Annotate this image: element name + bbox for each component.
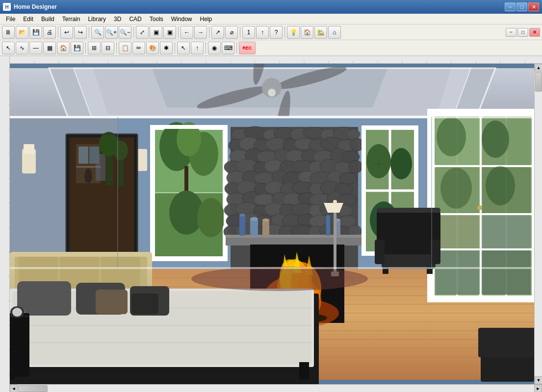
toolbar2-button[interactable]: ↖ — [2, 42, 15, 54]
scroll-left-button[interactable]: ◄ — [10, 385, 18, 392]
toolbar-separator — [206, 42, 206, 54]
svg-rect-289 — [10, 313, 29, 377]
toolbar2-button[interactable]: ⊟ — [102, 42, 114, 54]
svg-rect-242 — [482, 215, 531, 248]
menu-item-cad[interactable]: CAD — [125, 15, 145, 24]
toolbar1-button[interactable]: 🗎 — [2, 26, 15, 39]
inner-window-controls: −□✕ — [506, 28, 540, 37]
svg-rect-108 — [184, 166, 188, 193]
inner-maximize-button[interactable]: □ — [517, 28, 528, 37]
toolbar-separator — [58, 26, 58, 38]
menu-item-help[interactable]: Help — [196, 15, 216, 24]
menu-item-tools[interactable]: Tools — [146, 15, 167, 24]
svg-point-64 — [268, 89, 276, 97]
svg-rect-294 — [478, 328, 534, 357]
toolbar2-button[interactable]: ↖ — [177, 42, 190, 54]
svg-rect-281 — [17, 281, 71, 316]
scroll-track-right[interactable] — [535, 72, 542, 376]
toolbar1-button[interactable]: → — [194, 26, 207, 39]
scroll-thumb-bottom[interactable] — [18, 385, 48, 392]
toolbar-separator — [209, 26, 209, 38]
toolbar2-button[interactable]: REC — [239, 42, 256, 54]
toolbar1: 🗎📂💾🖨↩↪🔍🔍+🔍−⤢▣▣←→↗⌀1↑?💡🏠🏡⌂−□✕ — [0, 24, 542, 40]
svg-rect-243 — [436, 250, 480, 294]
toolbar2-button[interactable]: 🎨 — [146, 42, 159, 54]
title-bar-left: H Home Designer — [3, 3, 57, 11]
app-title: Home Designer — [14, 3, 57, 10]
toolbar1-button[interactable]: ↑ — [256, 26, 269, 39]
toolbar2-button[interactable]: 💾 — [71, 42, 83, 54]
close-button[interactable]: ✕ — [528, 2, 539, 11]
toolbar1-button[interactable]: ↪ — [74, 26, 87, 39]
toolbar1-button[interactable]: 1 — [242, 26, 255, 39]
toolbar1-button[interactable]: ↩ — [60, 26, 73, 39]
svg-rect-261 — [375, 240, 385, 264]
toolbar1-button[interactable]: 💾 — [29, 26, 42, 39]
menu-item-window[interactable]: Window — [167, 15, 196, 24]
svg-rect-207 — [226, 235, 367, 238]
svg-point-248 — [486, 166, 515, 205]
toolbar-separator — [240, 26, 240, 38]
toolbar-separator — [116, 42, 117, 54]
viewport[interactable] — [10, 64, 534, 384]
toolbar2-button[interactable]: ∿ — [16, 42, 28, 54]
toolbar2-button[interactable]: ↑ — [191, 42, 204, 54]
toolbar2-button[interactable]: — — [29, 42, 42, 54]
svg-rect-244 — [482, 250, 531, 294]
toolbar-separator — [133, 26, 134, 38]
svg-rect-210 — [250, 219, 258, 236]
menu-item-edit[interactable]: Edit — [19, 15, 37, 24]
scroll-right-button[interactable]: ► — [534, 385, 542, 392]
scroll-down-button[interactable]: ▼ — [535, 376, 542, 384]
maximize-button[interactable]: □ — [516, 2, 527, 11]
toolbar2-button[interactable]: 📋 — [119, 42, 131, 54]
scrollbar-right[interactable]: ▲ ▼ — [534, 64, 542, 384]
toolbar-separator — [284, 26, 285, 38]
svg-point-93 — [84, 169, 92, 183]
svg-point-249 — [477, 205, 482, 210]
toolbar1-button[interactable]: ⌂ — [328, 26, 341, 39]
scroll-thumb-right[interactable] — [535, 72, 542, 92]
toolbar1-button[interactable]: 💡 — [287, 26, 300, 39]
toolbar2-button[interactable]: 🏠 — [57, 42, 70, 54]
menu-item-3d[interactable]: 3D — [110, 15, 125, 24]
toolbar1-button[interactable]: ↗ — [211, 26, 224, 39]
toolbar-separator — [175, 42, 175, 54]
minimize-button[interactable]: − — [505, 2, 516, 11]
toolbar1-button[interactable]: ▣ — [150, 26, 162, 39]
toolbar2-button[interactable]: ⌨ — [222, 42, 234, 54]
toolbar2-button[interactable]: ⊞ — [88, 42, 101, 54]
toolbar1-button[interactable]: ? — [270, 26, 283, 39]
toolbar-separator — [178, 26, 179, 38]
toolbar1-button[interactable]: 🖨 — [43, 26, 56, 39]
inner-close-button[interactable]: ✕ — [529, 28, 540, 37]
svg-rect-266 — [334, 213, 336, 276]
svg-rect-89 — [78, 147, 88, 164]
menu-item-file[interactable]: File — [2, 15, 19, 24]
toolbar1-button[interactable]: 🔍− — [119, 26, 131, 39]
toolbar1-button[interactable]: ⌀ — [225, 26, 238, 39]
menu-bar: FileEditBuildTerrainLibrary3DCADToolsWin… — [0, 14, 542, 24]
menu-item-build[interactable]: Build — [37, 15, 58, 24]
toolbar2-button[interactable]: ▦ — [43, 42, 56, 54]
scroll-track-bottom[interactable] — [18, 385, 534, 392]
toolbar1-button[interactable]: 🏡 — [314, 26, 327, 39]
toolbar1-button[interactable]: ⤢ — [136, 26, 149, 39]
toolbar1-button[interactable]: ▣ — [163, 26, 176, 39]
menu-item-terrain[interactable]: Terrain — [58, 15, 84, 24]
scrollbar-bottom[interactable]: ◄ ► — [10, 384, 542, 392]
svg-point-247 — [440, 168, 472, 209]
toolbar2-button[interactable]: ✱ — [160, 42, 173, 54]
toolbar2-button[interactable]: ◉ — [208, 42, 221, 54]
toolbar2-button[interactable]: ✏ — [132, 42, 145, 54]
toolbar1-button[interactable]: ← — [181, 26, 193, 39]
svg-point-295 — [191, 267, 368, 291]
toolbar1-button[interactable]: 🔍+ — [105, 26, 118, 39]
toolbar1-button[interactable]: 🏠 — [301, 26, 313, 39]
menu-item-library[interactable]: Library — [84, 15, 110, 24]
inner-minimize-button[interactable]: − — [506, 28, 516, 37]
toolbar1-button[interactable]: 🔍 — [91, 26, 104, 39]
toolbar1-button[interactable]: 📂 — [16, 26, 28, 39]
svg-rect-284 — [96, 290, 128, 314]
scroll-up-button[interactable]: ▲ — [535, 64, 542, 72]
